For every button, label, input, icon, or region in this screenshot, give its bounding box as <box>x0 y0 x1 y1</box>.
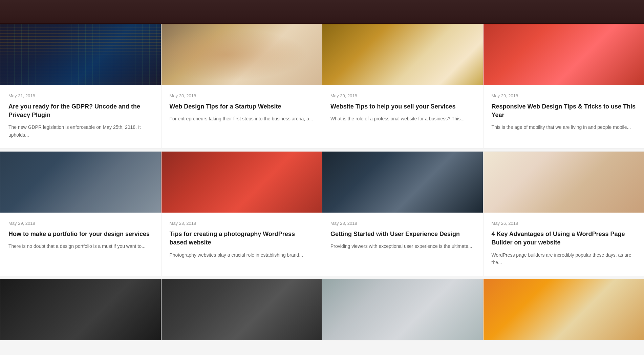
card-excerpt: WordPress page builders are incredibly p… <box>492 251 636 267</box>
card-date: May 26, 2018 <box>492 221 636 226</box>
card-title: Responsive Web Design Tips & Tricks to u… <box>492 102 636 119</box>
card-image <box>322 24 483 85</box>
blog-card-bottom[interactable] <box>483 279 644 340</box>
blog-card[interactable]: May 29, 2018 How to make a portfolio for… <box>0 151 161 276</box>
card-date: May 28, 2018 <box>170 221 314 226</box>
card-date: May 28, 2018 <box>330 221 475 226</box>
blog-card[interactable]: May 30, 2018 Web Design Tips for a Start… <box>161 24 322 149</box>
blog-card-bottom[interactable] <box>322 279 483 340</box>
card-excerpt: This is the age of mobility that we are … <box>492 123 636 131</box>
card-body: May 28, 2018 Getting Started with User E… <box>322 213 483 276</box>
card-excerpt: For entrepreneurs taking their first ste… <box>170 115 314 122</box>
blog-card[interactable]: May 28, 2018 Tips for creating a photogr… <box>161 151 322 276</box>
card-excerpt: What is the role of a professional websi… <box>330 115 475 122</box>
card-body: May 26, 2018 4 Key Advantages of Using a… <box>484 213 644 276</box>
card-image <box>162 152 322 213</box>
page-wrapper: May 31, 2018 Are you ready for the GDPR?… <box>0 24 644 340</box>
card-image-bottom <box>0 279 161 340</box>
blog-card[interactable]: May 28, 2018 Getting Started with User E… <box>322 151 483 276</box>
card-row-3 <box>0 279 644 340</box>
blog-card-bottom[interactable] <box>161 279 322 340</box>
card-date: May 29, 2018 <box>8 221 153 226</box>
card-excerpt: Photography websites play a crucial role… <box>170 251 314 259</box>
card-image-bottom <box>484 279 644 340</box>
blog-card[interactable]: May 31, 2018 Are you ready for the GDPR?… <box>0 24 161 149</box>
card-image <box>0 152 161 213</box>
card-image <box>162 24 322 85</box>
card-row-1: May 31, 2018 Are you ready for the GDPR?… <box>0 24 644 149</box>
card-body: May 29, 2018 Responsive Web Design Tips … <box>484 85 644 148</box>
card-image <box>484 24 644 85</box>
card-title: How to make a portfolio for your design … <box>8 230 153 238</box>
card-title: Are you ready for the GDPR? Uncode and t… <box>8 102 153 119</box>
card-image <box>484 152 644 213</box>
card-body: May 30, 2018 Web Design Tips for a Start… <box>162 85 322 148</box>
blog-card[interactable]: May 29, 2018 Responsive Web Design Tips … <box>483 24 644 149</box>
card-title: 4 Key Advantages of Using a WordPress Pa… <box>492 230 636 247</box>
card-excerpt: There is no doubt that a design portfoli… <box>8 242 153 250</box>
card-title: Tips for creating a photography WordPres… <box>170 230 314 247</box>
card-body: May 29, 2018 How to make a portfolio for… <box>0 213 161 276</box>
card-image <box>0 24 161 85</box>
card-row-2: May 29, 2018 How to make a portfolio for… <box>0 151 644 276</box>
blog-card[interactable]: May 26, 2018 4 Key Advantages of Using a… <box>483 151 644 276</box>
blog-card-bottom[interactable] <box>0 279 161 340</box>
card-date: May 31, 2018 <box>8 93 153 98</box>
card-excerpt: The new GDPR legislation is enforceable … <box>8 123 153 139</box>
blog-card[interactable]: May 30, 2018 Website Tips to help you se… <box>322 24 483 149</box>
card-body: May 31, 2018 Are you ready for the GDPR?… <box>0 85 161 148</box>
card-image-bottom <box>162 279 322 340</box>
card-title: Website Tips to help you sell your Servi… <box>330 102 475 111</box>
card-date: May 30, 2018 <box>170 93 314 98</box>
card-body: May 28, 2018 Tips for creating a photogr… <box>162 213 322 276</box>
card-excerpt: Providing viewers with exceptional user … <box>330 242 475 250</box>
card-image <box>322 152 483 213</box>
card-body: May 30, 2018 Website Tips to help you se… <box>322 85 483 148</box>
card-title: Web Design Tips for a Startup Website <box>170 102 314 111</box>
card-date: May 30, 2018 <box>330 93 475 98</box>
card-image-bottom <box>322 279 483 340</box>
top-bar <box>0 0 644 24</box>
card-title: Getting Started with User Experience Des… <box>330 230 475 238</box>
card-date: May 29, 2018 <box>492 93 636 98</box>
